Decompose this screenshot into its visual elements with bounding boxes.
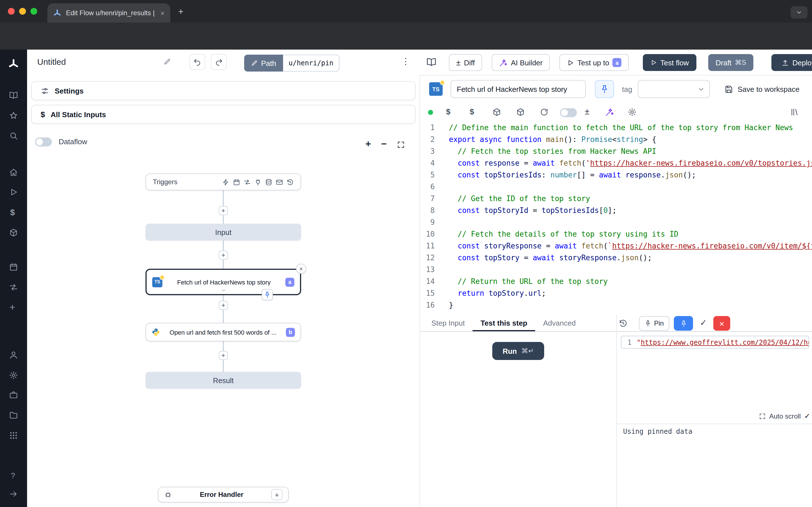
ai-builder-label: AI Builder xyxy=(511,58,543,67)
code-editor[interactable]: 1// Define the main function to fetch th… xyxy=(420,122,812,315)
sidebar-item-folders[interactable] xyxy=(9,411,18,420)
diff-mode-icon[interactable]: ± xyxy=(585,107,589,116)
webhook-icon[interactable] xyxy=(222,178,230,186)
tag-select[interactable] xyxy=(638,80,710,98)
postgres-icon[interactable] xyxy=(265,178,272,186)
dataflow-toggle[interactable] xyxy=(35,137,52,147)
add-step-button[interactable]: + xyxy=(219,206,228,215)
triggers-node[interactable]: Triggers xyxy=(146,173,301,190)
sidebar-collapse-icon[interactable] xyxy=(9,490,18,499)
tab-advanced[interactable]: Advanced xyxy=(535,315,583,331)
undo-button[interactable] xyxy=(190,54,205,70)
add-step-button[interactable]: + xyxy=(219,301,228,310)
sidebar-item-flows[interactable] xyxy=(9,283,18,292)
test-up-to-button[interactable]: Test up toa xyxy=(559,54,629,71)
pin-icon xyxy=(264,291,271,298)
accept-check-icon[interactable]: ✓ xyxy=(700,318,707,328)
tag-label: tag xyxy=(622,85,632,94)
browser-tab[interactable]: Edit Flow u/henri/pin_results | × xyxy=(47,3,170,22)
history-icon[interactable] xyxy=(619,319,627,328)
sidebar-item-settings[interactable] xyxy=(9,371,18,380)
websocket-icon[interactable] xyxy=(254,178,262,186)
add-error-handler-button[interactable]: + xyxy=(271,489,283,500)
error-handler-node[interactable]: Error Handler + xyxy=(158,487,289,503)
window-minimize-button[interactable] xyxy=(19,8,26,15)
cancel-button[interactable]: × xyxy=(713,316,730,331)
step-node-b[interactable]: Open url and fetch first 500 words of ..… xyxy=(146,323,301,341)
static-inputs-section[interactable]: $ All Static Inputs xyxy=(31,105,416,124)
flow-canvas[interactable]: Dataflow + − Triggers + Input + TS Fetch… xyxy=(27,123,419,507)
zoom-out-button[interactable]: − xyxy=(381,138,387,150)
pinned-active-button[interactable] xyxy=(674,316,693,331)
scheduled-poll-icon[interactable] xyxy=(287,178,294,186)
assets-icon[interactable] xyxy=(492,108,501,117)
tab-step-input[interactable]: Step Input xyxy=(423,315,473,331)
email-icon[interactable] xyxy=(276,178,283,186)
fit-view-icon[interactable] xyxy=(397,141,405,149)
variable-picker-icon[interactable]: $ xyxy=(446,107,451,116)
sidebar-item-users[interactable] xyxy=(9,350,18,359)
pin-button[interactable]: Pin xyxy=(639,316,669,331)
ai-builder-button[interactable]: AI Builder xyxy=(492,54,550,71)
windmill-logo[interactable] xyxy=(8,59,19,70)
add-step-button[interactable]: + xyxy=(219,351,228,360)
test-flow-button[interactable]: Test flow xyxy=(643,54,696,71)
draft-button[interactable]: Draft⌘S xyxy=(708,54,753,71)
step-pin-button[interactable] xyxy=(262,289,273,300)
save-to-workspace-button[interactable]: Save to workspace xyxy=(725,80,800,98)
schedule-icon[interactable] xyxy=(233,178,240,186)
script-settings-icon[interactable] xyxy=(627,108,637,117)
diff-mode-toggle[interactable] xyxy=(560,108,577,117)
reload-script-icon[interactable] xyxy=(540,108,549,117)
diff-button[interactable]: ±Diff xyxy=(449,54,482,71)
edit-name-pencil-icon[interactable] xyxy=(163,58,171,65)
dependencies-icon[interactable] xyxy=(516,108,525,117)
sidebar-item-variables[interactable]: $ xyxy=(10,207,15,217)
result-node[interactable]: Result xyxy=(146,372,301,389)
flow-name[interactable]: Untitled xyxy=(37,57,66,66)
window-zoom-button[interactable] xyxy=(31,8,37,15)
chevron-down-icon xyxy=(698,86,705,93)
run-button[interactable]: Run ⌘↵ xyxy=(492,342,544,360)
input-node[interactable]: Input xyxy=(146,224,301,240)
sidebar-item-schedules[interactable] xyxy=(9,263,18,272)
tab-close-icon[interactable]: × xyxy=(160,9,165,17)
expand-step-chevron-icon[interactable] xyxy=(220,287,227,293)
sidebar-item-workspace[interactable] xyxy=(9,390,18,399)
tab-search-chevron-button[interactable] xyxy=(791,6,808,18)
flow-menu-kebab-icon[interactable]: ⋮ xyxy=(402,56,410,66)
pinned-status-text: Using pinned data xyxy=(623,428,693,436)
redo-button[interactable] xyxy=(211,54,227,70)
sidebar-item-create[interactable]: + xyxy=(10,302,15,313)
new-tab-button[interactable]: + xyxy=(178,7,184,16)
sidebar-item-docs[interactable] xyxy=(9,91,18,100)
docs-book-icon[interactable] xyxy=(426,57,437,67)
path-control[interactable]: Path u/henri/pin xyxy=(244,55,340,71)
resource-picker-icon[interactable]: $ xyxy=(470,107,474,116)
sidebar-item-resources[interactable] xyxy=(9,228,18,237)
sidebar-item-favorites[interactable] xyxy=(9,111,18,120)
step-node-a[interactable]: TS Fetch url of HackerNews top story a xyxy=(146,269,301,295)
deploy-button[interactable]: Deploy xyxy=(771,54,812,71)
bug-icon xyxy=(164,491,172,499)
window-close-button[interactable] xyxy=(8,8,15,15)
remove-step-button[interactable]: × xyxy=(296,264,306,274)
tab-test-this-step[interactable]: Test this step xyxy=(473,315,536,331)
auto-scroll-row[interactable]: Auto scroll ✓ xyxy=(616,412,810,420)
http-route-icon[interactable] xyxy=(244,178,251,186)
zoom-in-button[interactable]: + xyxy=(365,138,371,150)
add-step-button[interactable]: + xyxy=(219,251,228,260)
ai-assistant-icon[interactable] xyxy=(605,108,614,117)
library-icon[interactable] xyxy=(790,108,799,117)
sidebar-item-help[interactable]: ? xyxy=(11,471,15,480)
sidebar-item-home[interactable] xyxy=(9,168,18,177)
script-name-input[interactable] xyxy=(451,80,586,98)
pinned-data-editor[interactable]: 1 "https://www.geoffreylitt.com/2025/04/… xyxy=(621,336,809,349)
test-up-to-label: Test up to xyxy=(577,58,609,67)
sidebar-item-runs[interactable] xyxy=(9,187,18,196)
sidebar-item-search[interactable] xyxy=(9,131,18,140)
settings-section[interactable]: Settings xyxy=(31,81,416,100)
pin-toggle-button[interactable] xyxy=(595,80,614,98)
sidebar-item-apps[interactable] xyxy=(9,431,18,440)
test-flow-label: Test flow xyxy=(660,58,689,67)
